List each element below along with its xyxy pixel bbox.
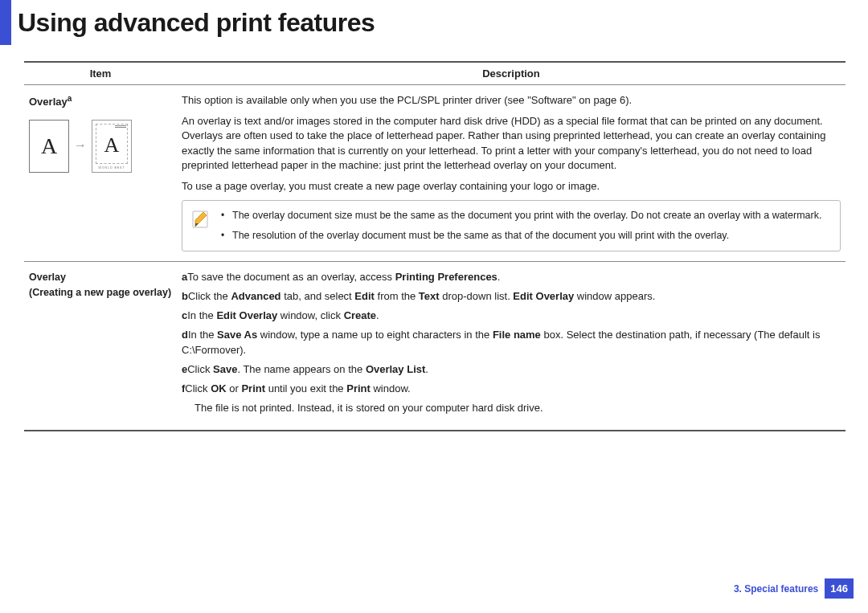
feature-table: Item Description Overlaya A → xyxy=(24,61,845,431)
header-desc: Description xyxy=(177,62,845,85)
step-e: eClick Save. The name appears on the Ove… xyxy=(182,362,841,377)
note-item-1: The overlay document size must be the sa… xyxy=(221,209,830,223)
step-c: cIn the Edit Overlay window, click Creat… xyxy=(182,309,841,323)
overlay-p2: An overlay is text and/or images stored … xyxy=(182,114,841,173)
note-pencil-icon xyxy=(190,209,211,230)
row-overlay: Overlaya A → A This option is av xyxy=(24,85,845,262)
row-overlay-creating: Overlay (Creating a new page overlay) aT… xyxy=(24,261,845,431)
creating-label: Overlay (Creating a new page overlay) xyxy=(29,270,172,300)
footer-page-number: 146 xyxy=(825,578,854,599)
title-accent xyxy=(0,0,11,45)
overlay-p3: To use a page overlay, you must create a… xyxy=(182,179,841,194)
header-item: Item xyxy=(24,62,177,85)
overlay-source-page-icon: A xyxy=(29,120,69,173)
cell-desc-overlay: This option is available only when you u… xyxy=(177,85,845,262)
page-title: Using advanced print features xyxy=(18,8,375,38)
step-f: fClick OK or Print until you exit the Pr… xyxy=(182,382,841,396)
step-d: dIn the Save As window, type a name up t… xyxy=(182,328,841,357)
cell-desc-creating: aTo save the document as an overlay, acc… xyxy=(177,261,845,431)
content-area: Item Description Overlaya A → xyxy=(0,45,868,431)
overlay-diagram: A → A xyxy=(29,120,172,173)
step-a: aTo save the document as an overlay, acc… xyxy=(182,270,841,284)
step-b: bClick the Advanced tab, and select Edit… xyxy=(182,289,841,304)
note-box: The overlay document size must be the sa… xyxy=(182,200,841,251)
title-bar: Using advanced print features xyxy=(0,0,868,45)
overlay-label: Overlaya xyxy=(29,93,172,110)
overlay-p1: This option is available only when you u… xyxy=(182,93,841,108)
cell-item-creating: Overlay (Creating a new page overlay) xyxy=(24,261,177,431)
page-footer: 3. Special features 146 xyxy=(734,578,854,599)
footer-chapter: 3. Special features xyxy=(734,583,818,595)
step-tail: The file is not printed. Instead, it is … xyxy=(182,401,841,415)
overlay-result-page-icon: A xyxy=(92,120,132,173)
cell-item-overlay: Overlaya A → A xyxy=(24,85,177,262)
arrow-icon: → xyxy=(74,137,87,154)
table-header-row: Item Description xyxy=(24,62,845,85)
note-item-2: The resolution of the overlay document m… xyxy=(221,229,830,243)
